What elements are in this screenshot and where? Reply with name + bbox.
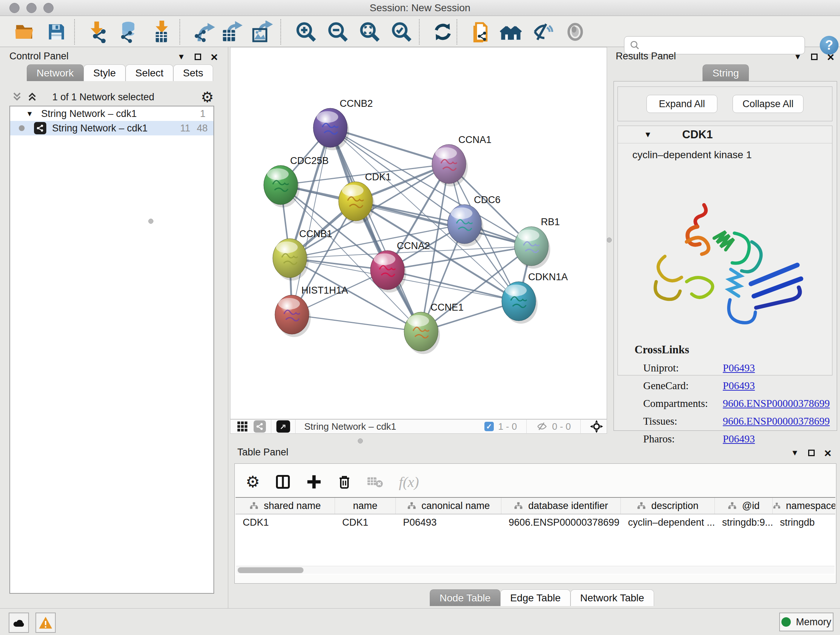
- table-options-gear-icon[interactable]: ⚙: [246, 475, 260, 489]
- node-CCNA1[interactable]: CCNA1: [432, 134, 492, 187]
- string-results-box: Expand All Collapse All ▼ CDK1 cyclin–de…: [614, 81, 837, 431]
- panel-close-icon[interactable]: ×: [210, 53, 218, 60]
- network-list-header: 1 of 1 Network selected ⚙: [0, 89, 228, 105]
- tab-sets[interactable]: Sets: [173, 65, 213, 81]
- import-network-from-database-button[interactable]: [114, 20, 141, 44]
- node-label-RB1: RB1: [541, 217, 560, 227]
- node-CDKN1A[interactable]: CDKN1A: [502, 272, 568, 324]
- network-row-selected[interactable]: String Network – cdk1 11 48: [10, 121, 213, 135]
- apply-preferred-layout-button[interactable]: [429, 20, 456, 44]
- panel-float-icon[interactable]: [195, 54, 201, 60]
- zoom-in-button[interactable]: [292, 20, 320, 44]
- import-network-from-file-button[interactable]: [82, 20, 110, 44]
- expand-all-button[interactable]: Expand All: [646, 95, 717, 113]
- splitter-handle[interactable]: [607, 238, 612, 242]
- hide-selected-button[interactable]: [529, 20, 556, 44]
- tab-network[interactable]: Network: [27, 65, 84, 81]
- node-CDC6[interactable]: CDC6: [447, 195, 501, 247]
- table-cell: CDK1: [235, 515, 335, 530]
- panel-menu-caret-icon[interactable]: ▼: [791, 448, 799, 458]
- new-network-from-selection-button[interactable]: [467, 20, 494, 44]
- tab-edge-table[interactable]: Edge Table: [500, 589, 570, 606]
- entry-collapse-caret-icon[interactable]: ▼: [644, 130, 652, 139]
- tab-node-table[interactable]: Node Table: [430, 589, 500, 606]
- column-header--id[interactable]: @id: [715, 498, 773, 514]
- warning-icon: [38, 616, 53, 629]
- node-label-CDC25B: CDC25B: [290, 155, 329, 166]
- tree-expand-caret-icon[interactable]: ▼: [26, 110, 33, 118]
- node-CCNE1[interactable]: CCNE1: [404, 302, 464, 354]
- selected-checkbox-icon[interactable]: ✓: [485, 422, 494, 431]
- gene-entry-panel: ▼ CDK1 cyclin–dependent kinase 1: [617, 126, 832, 375]
- save-session-button[interactable]: [43, 20, 70, 44]
- hidden-node-edge-counts: 0 - 0: [552, 421, 571, 432]
- fit-selected-crosshair-icon[interactable]: [590, 420, 603, 433]
- node-CDK1[interactable]: CDK1: [339, 172, 391, 224]
- network-label: String Network – cdk1: [52, 123, 148, 134]
- network-options-gear-icon[interactable]: ⚙: [201, 90, 214, 104]
- delete-column-trash-icon[interactable]: [337, 473, 352, 490]
- tab-select[interactable]: Select: [126, 65, 173, 81]
- collection-label: String Network – cdk1: [41, 108, 137, 119]
- open-session-button[interactable]: [11, 20, 38, 44]
- column-header-database-identifier[interactable]: database identifier: [501, 498, 621, 514]
- memory-button[interactable]: Memory: [779, 613, 834, 631]
- create-column-plus-icon[interactable]: [306, 474, 322, 490]
- tab-string[interactable]: String: [703, 65, 748, 81]
- edge-HIST1H1A-CCNE1[interactable]: [292, 315, 421, 332]
- crosslink-link[interactable]: 9606.ENSP00000378699: [723, 415, 830, 427]
- splitter-handle[interactable]: [148, 219, 153, 224]
- birds-eye-view-icon[interactable]: [237, 421, 248, 432]
- first-neighbors-button[interactable]: [497, 20, 524, 44]
- toolbar-separator: [74, 19, 75, 44]
- function-builder-icon: f(x): [399, 473, 419, 491]
- table-cell: stringdb: [773, 515, 835, 530]
- table-row[interactable]: CDK1CDK1P064939606.ENSP00000378699cyclin…: [235, 515, 835, 530]
- crosslink-link[interactable]: P06493: [723, 362, 755, 374]
- export-image-button[interactable]: [249, 20, 276, 44]
- collapse-all-button[interactable]: Collapse All: [733, 95, 804, 113]
- node-CCNB2[interactable]: CCNB2: [313, 98, 373, 150]
- show-columns-icon[interactable]: [275, 473, 291, 490]
- scrollbar-thumb[interactable]: [238, 567, 303, 573]
- tab-network-table[interactable]: Network Table: [570, 589, 654, 606]
- edge-CCNA2-CDKN1A[interactable]: [387, 270, 519, 301]
- crosslink-link[interactable]: 9606.ENSP00000378699: [723, 397, 830, 409]
- panel-menu-caret-icon[interactable]: ▼: [794, 52, 802, 62]
- column-header-canonical-name[interactable]: canonical name: [396, 498, 501, 514]
- panel-close-icon[interactable]: ×: [827, 53, 834, 60]
- export-network-button[interactable]: [191, 20, 218, 44]
- crosslink-link[interactable]: P06493: [723, 380, 755, 392]
- zoom-selected-button[interactable]: [388, 20, 415, 44]
- panel-menu-caret-icon[interactable]: ▼: [177, 52, 185, 62]
- string-network-graph[interactable]: CCNB2CCNA1CDC25BCDK1CDC6RB1CCNB1CCNA2CDK…: [231, 48, 607, 419]
- node-CCNB1[interactable]: CCNB1: [273, 228, 332, 280]
- panel-float-icon[interactable]: [808, 450, 815, 456]
- panel-close-icon[interactable]: ×: [824, 449, 831, 456]
- node-label-CCNA2: CCNA2: [397, 241, 430, 251]
- export-table-button[interactable]: [218, 20, 246, 44]
- popout-view-icon[interactable]: [276, 420, 290, 432]
- show-all-button[interactable]: [561, 20, 589, 44]
- cloud-status-button[interactable]: [9, 613, 29, 633]
- zoom-out-button[interactable]: [324, 20, 352, 44]
- gene-entry-header[interactable]: ▼ CDK1: [618, 126, 832, 143]
- network-canvas[interactable]: CCNB2CCNA1CDC25BCDK1CDC6RB1CCNB1CCNA2CDK…: [230, 47, 607, 419]
- network-collection-row[interactable]: ▼ String Network – cdk1 1: [10, 106, 213, 121]
- node-RB1[interactable]: RB1: [515, 217, 560, 269]
- column-header-description[interactable]: description: [621, 498, 715, 514]
- horizontal-scrollbar[interactable]: [236, 566, 835, 574]
- edge-CDK1-RB1[interactable]: [355, 201, 531, 246]
- column-header-namespace[interactable]: namespace: [773, 498, 835, 514]
- fit-content-button[interactable]: [356, 20, 384, 44]
- protein-structure-image: [643, 198, 810, 336]
- node-HIST1H1A[interactable]: HIST1H1A: [275, 285, 348, 337]
- tab-style[interactable]: Style: [84, 65, 126, 81]
- import-table-from-file-button[interactable]: [148, 20, 175, 44]
- warnings-button[interactable]: [35, 613, 56, 633]
- splitter-handle[interactable]: [358, 439, 363, 443]
- panel-float-icon[interactable]: [811, 54, 818, 60]
- column-header-name[interactable]: name: [335, 498, 396, 514]
- column-header-shared-name[interactable]: shared name: [235, 498, 335, 514]
- edge-CCNB2-CCNE1[interactable]: [330, 128, 421, 332]
